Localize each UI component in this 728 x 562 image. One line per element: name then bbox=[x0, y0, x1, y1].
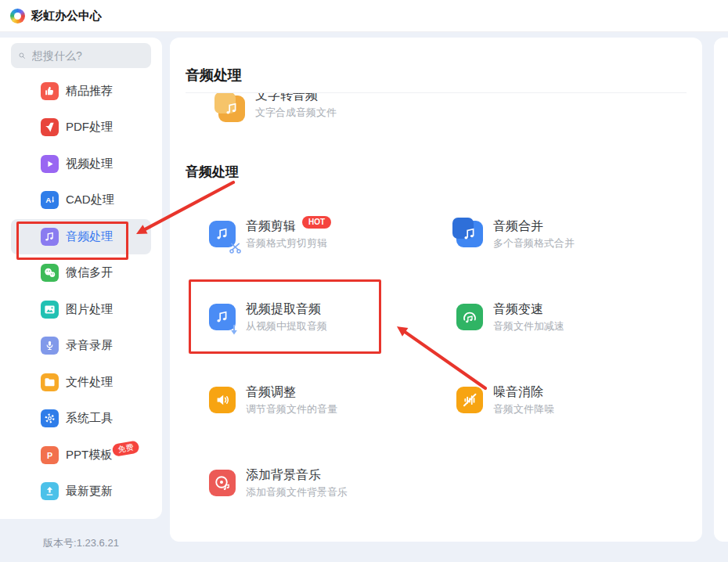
sidebar-item-label: 系统工具 bbox=[66, 411, 113, 426]
tool-subtitle: 音频文件降噪 bbox=[493, 403, 554, 416]
audio-merge-icon bbox=[456, 221, 483, 247]
tool-item-text-to-audio[interactable]: 文字转音频 文字合成音频文件 bbox=[186, 93, 687, 123]
sidebar-item-cad[interactable]: A CAD处理 bbox=[11, 182, 151, 218]
wechat-icon bbox=[41, 264, 59, 282]
sidebar-item-video[interactable]: 视频处理 bbox=[11, 146, 151, 182]
tool-title: 音频剪辑 bbox=[246, 218, 296, 234]
folder-icon bbox=[41, 373, 59, 391]
sidebar-nav: 精品推荐 PDF处理 视频处理 A CAD处理 音频处理 微信多开 图片处理 录… bbox=[0, 68, 162, 509]
free-badge: 免费 bbox=[112, 440, 140, 457]
hot-badge: HOT bbox=[302, 216, 331, 229]
play-icon bbox=[41, 155, 59, 173]
tool-title: 添加背景音乐 bbox=[246, 467, 321, 483]
app-logo-icon bbox=[10, 9, 25, 23]
sidebar-item-label: 图片处理 bbox=[66, 302, 113, 317]
tool-title: 音频变速 bbox=[493, 301, 543, 317]
noise-removal-icon bbox=[456, 387, 483, 413]
ppt-p-icon: P bbox=[41, 446, 59, 464]
sidebar-item-label: 精品推荐 bbox=[66, 84, 113, 99]
sidebar-item-label: 文件处理 bbox=[66, 375, 113, 390]
sidebar-item-featured[interactable]: 精品推荐 bbox=[11, 74, 151, 109]
annotation-box-video-extract-audio bbox=[189, 279, 381, 354]
svg-text:A: A bbox=[45, 196, 51, 204]
sidebar-item-ppt[interactable]: P PPT模板 免费 bbox=[11, 438, 151, 473]
tools-grid: 音频剪辑HOT 音频格式剪切剪辑 音频合并 多个音频格式合并 视频提取音频 从视… bbox=[186, 214, 687, 503]
svg-text:P: P bbox=[47, 450, 52, 459]
gear-icon bbox=[41, 409, 59, 427]
cad-a-icon: A bbox=[41, 191, 59, 209]
tool-subtitle: 添加音频文件背景音乐 bbox=[246, 486, 348, 499]
search-icon bbox=[19, 50, 25, 61]
sidebar-item-label: 微信多开 bbox=[66, 265, 113, 280]
text-to-audio-icon bbox=[218, 95, 245, 122]
annotation-box-sidebar-audio bbox=[16, 222, 128, 260]
sidebar-item-label: 最新更新 bbox=[66, 484, 113, 499]
sidebar-item-label: 视频处理 bbox=[66, 157, 113, 171]
sidebar-item-pdf[interactable]: PDF处理 bbox=[11, 110, 151, 145]
background-music-icon bbox=[209, 470, 236, 496]
sidebar-item-update[interactable]: 最新更新 bbox=[11, 474, 151, 509]
section-title: 音频处理 bbox=[186, 164, 687, 181]
tool-subtitle: 音频文件加减速 bbox=[493, 320, 564, 333]
search-input[interactable] bbox=[31, 49, 143, 63]
sidebar-item-label: CAD处理 bbox=[66, 193, 114, 207]
topbar: 彩虹办公中心 bbox=[0, 0, 728, 32]
scissors-icon bbox=[229, 242, 241, 254]
page-title: 音频处理 bbox=[186, 67, 687, 84]
tool-item-background-music[interactable]: 添加背景音乐 添加音频文件背景音乐 bbox=[186, 463, 433, 503]
tool-item-audio-volume[interactable]: 音频调整 调节音频文件的音量 bbox=[186, 380, 433, 420]
app-title: 彩虹办公中心 bbox=[31, 9, 102, 23]
tool-subtitle: 调节音频文件的音量 bbox=[246, 403, 337, 416]
pdf-icon bbox=[41, 118, 59, 136]
sidebar-item-wechat[interactable]: 微信多开 bbox=[11, 255, 151, 290]
tool-subtitle: 多个音频格式合并 bbox=[493, 237, 575, 250]
tool-title: 噪音消除 bbox=[493, 384, 543, 400]
sidebar-item-label: PDF处理 bbox=[66, 120, 113, 135]
audio-volume-icon bbox=[209, 387, 236, 413]
tool-subtitle: 文字合成音频文件 bbox=[255, 106, 337, 119]
image-icon bbox=[41, 301, 59, 319]
right-panel-edge bbox=[714, 38, 728, 542]
tool-item-noise-removal[interactable]: 噪音消除 音频文件降噪 bbox=[433, 380, 687, 420]
audio-cut-icon bbox=[209, 221, 236, 247]
audio-speed-icon bbox=[456, 304, 483, 330]
upload-icon bbox=[41, 482, 59, 500]
microphone-icon bbox=[41, 337, 59, 355]
sidebar-item-record[interactable]: 录音录屏 bbox=[11, 328, 151, 363]
tool-title: 文字转音频 bbox=[255, 93, 318, 103]
tool-title: 音频调整 bbox=[246, 384, 296, 400]
sidebar-item-image[interactable]: 图片处理 bbox=[11, 292, 151, 327]
tool-item-audio-merge[interactable]: 音频合并 多个音频格式合并 bbox=[433, 214, 687, 254]
tool-item-audio-cut[interactable]: 音频剪辑HOT 音频格式剪切剪辑 bbox=[186, 214, 433, 254]
sidebar-item-file[interactable]: 文件处理 bbox=[11, 365, 151, 400]
search-box[interactable] bbox=[11, 43, 151, 68]
sidebar-item-label: 录音录屏 bbox=[66, 338, 113, 353]
tool-item-audio-speed[interactable]: 音频变速 音频文件加减速 bbox=[433, 297, 687, 337]
tool-subtitle: 音频格式剪切剪辑 bbox=[246, 237, 331, 250]
version-text: 版本号:1.23.6.21 bbox=[0, 536, 162, 550]
sidebar-item-system[interactable]: 系统工具 bbox=[11, 401, 151, 436]
sidebar: 精品推荐 PDF处理 视频处理 A CAD处理 音频处理 微信多开 图片处理 录… bbox=[0, 38, 162, 519]
tool-title: 音频合并 bbox=[493, 218, 543, 234]
thumbs-up-icon bbox=[41, 82, 59, 100]
sidebar-item-label: PPT模板 bbox=[66, 448, 112, 463]
